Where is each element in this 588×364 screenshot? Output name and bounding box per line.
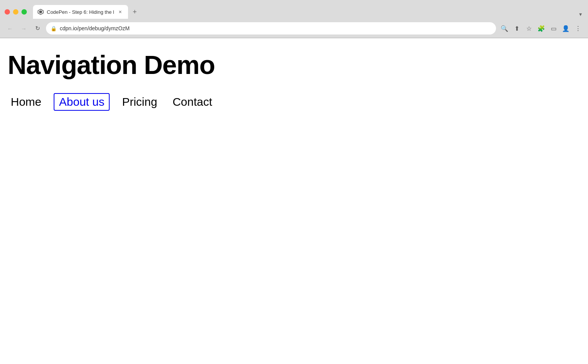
tab-favicon <box>38 9 44 15</box>
tab-bar: CodePen - Step 6: Hiding the l ✕ + ▾ <box>33 5 583 19</box>
search-button[interactable]: 🔍 <box>499 23 510 34</box>
nav-menu: Home About us Pricing Contact <box>8 93 580 111</box>
window-controls <box>5 9 27 15</box>
page-title: Navigation Demo <box>8 51 580 79</box>
address-bar[interactable]: 🔒 cdpn.io/pen/debug/dymzOzM <box>46 22 496 34</box>
svg-marker-1 <box>39 10 42 13</box>
title-bar: CodePen - Step 6: Hiding the l ✕ + ▾ <box>0 0 588 20</box>
nav-item-home[interactable]: Home <box>8 94 44 110</box>
address-separator <box>0 38 588 38</box>
tab-title: CodePen - Step 6: Hiding the l <box>47 9 114 15</box>
menu-button[interactable]: ⋮ <box>573 23 583 34</box>
browser-chrome: CodePen - Step 6: Hiding the l ✕ + ▾ ← →… <box>0 0 588 38</box>
browser-content: Navigation Demo Home About us Pricing Co… <box>0 38 588 364</box>
active-tab[interactable]: CodePen - Step 6: Hiding the l ✕ <box>33 5 128 19</box>
sidebar-button[interactable]: ▭ <box>548 23 559 34</box>
reload-button[interactable]: ↻ <box>32 23 43 34</box>
back-button[interactable]: ← <box>5 23 15 34</box>
close-button[interactable] <box>5 9 10 15</box>
url-text: cdpn.io/pen/debug/dymzOzM <box>60 25 491 31</box>
nav-item-about[interactable]: About us <box>54 93 110 111</box>
share-button[interactable]: ⬆ <box>511 23 522 34</box>
nav-item-contact[interactable]: Contact <box>169 94 215 110</box>
bookmark-button[interactable]: ☆ <box>524 23 534 34</box>
address-bar-row: ← → ↻ 🔒 cdpn.io/pen/debug/dymzOzM 🔍 ⬆ ☆ … <box>0 20 588 38</box>
maximize-button[interactable] <box>21 9 27 15</box>
minimize-button[interactable] <box>13 9 18 15</box>
nav-item-pricing[interactable]: Pricing <box>119 94 160 110</box>
extensions-button[interactable]: 🧩 <box>536 23 547 34</box>
tab-close-button[interactable]: ✕ <box>117 9 123 15</box>
tab-dropdown-button[interactable]: ▾ <box>579 11 582 17</box>
new-tab-button[interactable]: + <box>130 7 140 17</box>
lock-icon: 🔒 <box>51 26 57 31</box>
forward-button[interactable]: → <box>18 23 29 34</box>
main-nav: Home About us Pricing Contact <box>8 93 580 111</box>
address-bar-actions: 🔍 ⬆ ☆ 🧩 ▭ 👤 ⋮ <box>499 23 583 34</box>
profile-button[interactable]: 👤 <box>560 23 571 34</box>
